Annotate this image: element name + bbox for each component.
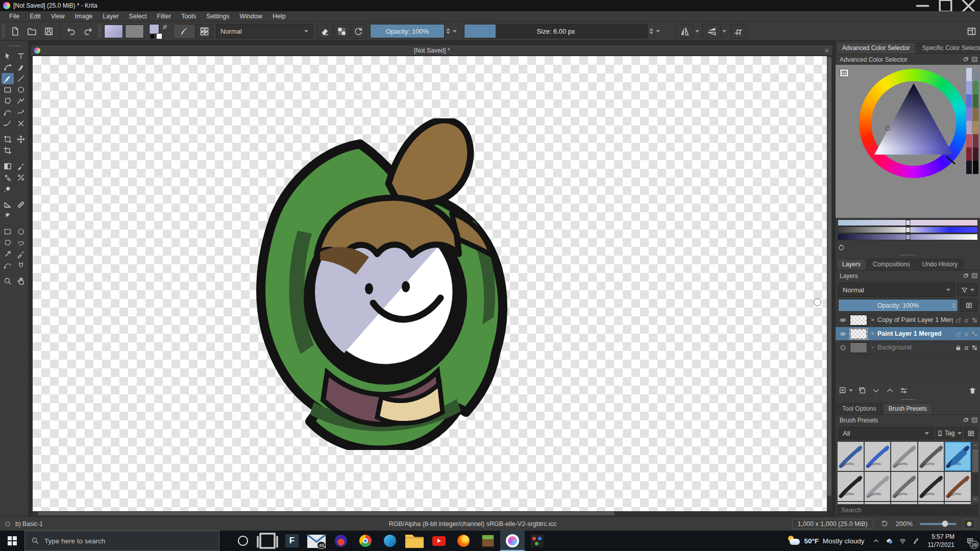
color-selector-settings-button[interactable] [840,69,849,77]
taskbar-app-fortnite[interactable]: F [280,531,304,551]
duplicate-layer-icon[interactable] [858,386,867,395]
canvas-size-label[interactable]: 1,000 x 1,000 (25.0 MiB) [792,519,873,529]
maximize-button[interactable] [934,0,957,11]
inherit-alpha-icon[interactable] [971,344,978,351]
visibility-off-icon[interactable] [839,344,847,352]
brush-preset-pen-steel[interactable] [945,502,971,504]
tool-select-shapes[interactable] [2,51,14,62]
float-docker-icon[interactable] [963,56,969,63]
opacity-dropdown-arrow[interactable] [452,30,457,33]
taskbar-app-cortana[interactable] [231,531,255,551]
alpha-lock-icon[interactable]: α [965,330,968,338]
taskbar-app-krita[interactable] [500,531,525,551]
open-document-button[interactable] [24,24,40,39]
preset-scrollbar[interactable] [972,442,979,502]
tool-fill[interactable] [2,183,14,194]
history-swatch[interactable] [973,81,978,94]
tool-color-sampler[interactable] [15,161,27,172]
taskbar-search-box[interactable]: Type here to search [24,531,219,551]
brush-preset-pencil[interactable] [918,502,944,504]
subwindow-close-button[interactable] [821,47,832,54]
start-button[interactable] [0,531,24,551]
mirror-vertical-button[interactable] [675,24,694,39]
taskbar-app-task-view[interactable] [255,531,280,551]
taskbar-app-mail[interactable]: 46 [304,531,329,551]
brush-preset-pen-silver[interactable] [865,472,891,501]
menu-settings[interactable]: Settings [201,12,234,21]
tool-transform[interactable] [2,134,14,145]
tool-multibrush[interactable] [15,118,27,129]
tool-rectangle[interactable] [2,84,14,95]
reload-preset-button[interactable] [351,24,366,39]
tool-freehand-path[interactable] [15,107,27,118]
background-color-swatch[interactable] [150,34,155,39]
taskbar-clock[interactable]: 5:57 PM 11/7/2021 [923,533,960,549]
visibility-eye-icon[interactable] [839,316,847,324]
brush-preset-eraser-small[interactable] [865,442,891,471]
foreground-color-swatch[interactable] [149,24,159,34]
eraser-mode-button[interactable] [317,24,333,39]
float-docker-icon[interactable] [963,272,969,279]
taskbar-app-edge[interactable] [378,531,402,551]
size-dropdown-arrow[interactable] [655,30,660,33]
brush-preset-marker-red[interactable] [891,502,917,504]
onedrive-tray-icon[interactable] [883,531,896,551]
tool-select-magnetic[interactable] [15,260,27,271]
close-docker-icon[interactable] [971,56,978,63]
tool-zoom[interactable] [2,276,14,287]
mirror-horizontal-options[interactable] [721,30,726,33]
toolbar-drag-handle[interactable] [98,24,102,38]
inherit-alpha-icon[interactable] [971,331,978,337]
scroll-down-icon[interactable] [972,495,979,502]
history-swatch[interactable] [973,161,978,174]
pen-tray-icon[interactable] [910,531,923,551]
history-swatch[interactable] [966,94,972,108]
preserve-alpha-button[interactable] [334,24,350,39]
move-layer-up-icon[interactable] [886,386,894,395]
tool-bezier-curve[interactable] [2,107,14,118]
brush-preset-brush-orange[interactable] [838,502,864,504]
show-hidden-icons-button[interactable] [870,531,883,551]
preset-view-mode-button[interactable] [964,427,977,439]
tool-select-contiguous[interactable] [2,248,14,260]
subwindow-title-bar[interactable]: [Not Saved] * [31,45,833,56]
zoom-fit-button[interactable] [964,519,975,529]
brush-preset-eraser-soft[interactable] [891,442,917,471]
taskbar-weather[interactable]: 50°F Mostly cloudy [783,536,870,546]
menu-image[interactable]: Image [70,12,98,21]
float-docker-icon[interactable] [963,417,969,423]
layer-opacity-spinner[interactable] [950,299,958,312]
menu-help[interactable]: Help [267,12,291,21]
dock-splitter[interactable] [836,397,980,402]
taskbar-app-youtube[interactable] [427,531,451,551]
tab-layers[interactable]: Layers [837,259,866,270]
mirror-horizontal-button[interactable] [702,24,721,39]
tool-select-polygonal[interactable] [2,237,14,248]
inherit-alpha-icon[interactable] [971,317,978,323]
tab-advanced-color-selector[interactable]: Advanced Color Selector [837,42,916,54]
tab-undo-history[interactable]: Undo History [917,259,963,270]
menu-file[interactable]: File [4,12,24,21]
layer-blending-mode-dropdown[interactable]: Normal [838,283,955,297]
move-layer-down-icon[interactable] [872,386,880,395]
swap-colors-icon[interactable] [161,23,168,31]
trim-to-image-button[interactable] [730,24,746,39]
new-document-button[interactable] [7,24,23,39]
tab-compositions[interactable]: Compositions [867,259,916,270]
tool-assistants[interactable] [2,199,14,210]
menu-window[interactable]: Window [235,12,267,21]
history-swatch[interactable] [973,147,978,161]
scroll-up-icon[interactable] [972,442,979,448]
brush-preset-pen-blue[interactable] [865,502,891,504]
edit-brush-settings-button[interactable] [173,24,195,39]
zoom-slider[interactable] [920,523,957,525]
tool-select-rectangular[interactable] [2,226,14,237]
color-history-icon[interactable] [838,244,845,252]
canvas[interactable] [33,56,827,511]
tool-crop[interactable] [2,145,14,156]
delete-layer-icon[interactable] [968,386,977,395]
tool-dynamic-brush[interactable] [2,118,14,129]
lock-closed-icon[interactable] [955,344,962,351]
menu-tools[interactable]: Tools [176,12,201,21]
undo-button[interactable] [63,24,79,39]
